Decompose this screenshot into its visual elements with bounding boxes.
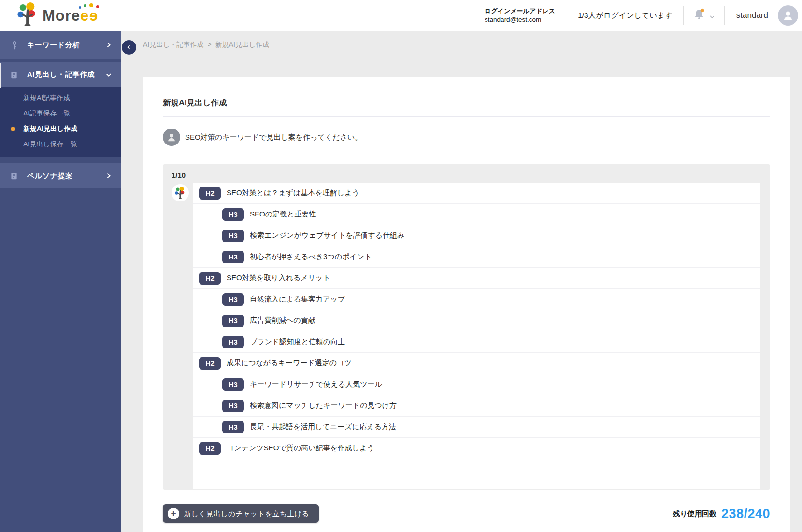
heading-row[interactable]: H3 検索意図にマッチしたキーワードの見つけ方 <box>193 395 760 417</box>
heading-level-badge: H3 <box>222 251 244 263</box>
usage-counter: 残り使用回数 238/240 <box>673 506 770 521</box>
heading-text: ブランド認知度と信頼の向上 <box>250 337 345 346</box>
title-divider <box>163 116 770 117</box>
new-chat-button[interactable]: + 新しく見出しのチャットを立ち上げる <box>163 504 319 523</box>
content-card: 新規AI見出し作成 SEO対策のキーワードで見出し案を作ってください。 1/10 <box>143 77 790 532</box>
breadcrumb-current: 新規AI見出し作成 <box>215 41 270 48</box>
bot-avatar <box>172 184 189 201</box>
app-header: Moreee ログインメールアドレス standard@test.com 1/3… <box>0 0 802 31</box>
heading-text: 検索エンジンがウェブサイトを評価する仕組み <box>250 231 404 240</box>
key-icon <box>10 40 19 50</box>
heading-row[interactable]: H3 初心者が押さえるべき3つのポイント <box>193 246 760 268</box>
active-dot-icon <box>11 127 15 131</box>
active-section-indicator <box>0 63 1 88</box>
sidebar-item-label: ペルソナ提案 <box>27 172 105 181</box>
user-message-avatar <box>163 129 180 146</box>
sidebar-subitem-label: 新規AI見出し作成 <box>23 125 77 133</box>
sidebar-subitem-article-list[interactable]: AI記事保存一覧 <box>0 106 121 121</box>
login-count-text: 1/3人がログインしています <box>567 11 683 21</box>
breadcrumb-parent[interactable]: AI見出し・記事作成 <box>143 41 204 48</box>
heading-row[interactable]: H2 コンテンツSEOで質の高い記事を作成しよう <box>193 438 760 459</box>
heading-row[interactable]: H2 成果につながるキーワード選定のコツ <box>193 353 760 374</box>
main-content: AI見出し・記事作成>新規AI見出し作成 新規AI見出し作成 SEO対策のキーワ… <box>121 31 802 532</box>
breadcrumb: AI見出し・記事作成>新規AI見出し作成 <box>121 31 802 49</box>
username-text: standard <box>725 11 778 20</box>
heading-text: キーワードリサーチで使える人気ツール <box>250 380 382 389</box>
document-icon <box>10 70 19 80</box>
chevron-down-icon[interactable] <box>709 13 715 18</box>
heading-text: コンテンツSEOで質の高い記事を作成しよう <box>227 444 374 453</box>
heading-level-badge: H3 <box>222 293 244 306</box>
pagination-counter: 1/10 <box>172 171 760 179</box>
heading-text: 長尾・共起語を活用してニーズに応える方法 <box>250 422 396 431</box>
heading-level-badge: H2 <box>199 272 221 285</box>
heading-text: 成果につながるキーワード選定のコツ <box>227 359 352 368</box>
heading-level-badge: H3 <box>222 230 244 242</box>
heading-row[interactable]: H3 キーワードリサーチで使える人気ツール <box>193 374 760 395</box>
sidebar-subitem-heading-list[interactable]: AI見出し保存一覧 <box>0 137 121 152</box>
sidebar: キーワード分析 AI見出し・記事作成 新規AI記事作成 AI記事保存一覧 新規A… <box>0 31 121 532</box>
brand-logo[interactable]: Moreee <box>16 2 98 29</box>
page-title: 新規AI見出し作成 <box>163 98 770 108</box>
heading-text: SEOの定義と重要性 <box>250 210 316 219</box>
heading-level-badge: H3 <box>222 315 244 327</box>
heading-level-badge: H3 <box>222 208 244 221</box>
heading-text: SEO対策とは？まずは基本を理解しよう <box>227 188 359 198</box>
user-avatar[interactable] <box>778 5 798 26</box>
sidebar-item-label: キーワード分析 <box>27 41 105 50</box>
heading-level-badge: H3 <box>222 421 244 433</box>
new-chat-button-label: 新しく見出しのチャットを立ち上げる <box>184 509 309 518</box>
heading-text: 広告費削減への貢献 <box>250 316 315 325</box>
heading-text: 検索意図にマッチしたキーワードの見つけ方 <box>250 401 397 410</box>
heading-level-badge: H2 <box>199 187 221 200</box>
sidebar-item-ai-headline-section[interactable]: AI見出し・記事作成 <box>0 62 121 87</box>
heading-row[interactable]: H3 長尾・共起語を活用してニーズに応える方法 <box>193 417 760 438</box>
heading-row[interactable]: H3 広告費削減への貢献 <box>193 310 760 331</box>
ai-response-box: 1/10 H2 SEO対策とは？まずは基本を理解しよう <box>163 164 770 490</box>
plus-icon: + <box>168 508 179 519</box>
heading-level-badge: H2 <box>199 357 221 370</box>
sidebar-submenu: 新規AI記事作成 AI記事保存一覧 新規AI見出し作成 AI見出し保存一覧 <box>0 87 121 157</box>
sidebar-subitem-new-ai-heading[interactable]: 新規AI見出し作成 <box>0 121 121 137</box>
bell-icon[interactable] <box>693 8 705 23</box>
heading-text: 初心者が押さえるべき3つのポイント <box>250 252 372 261</box>
chevron-right-icon <box>105 173 112 179</box>
headings-list: H2 SEO対策とは？まずは基本を理解しよう H3 SEOの定義と重要性 H3 … <box>193 183 760 489</box>
sidebar-item-label: AI見出し・記事作成 <box>27 70 105 79</box>
notification-menu[interactable] <box>684 8 724 23</box>
login-email-value: standard@test.com <box>485 15 555 24</box>
document-icon <box>10 171 19 181</box>
heading-row[interactable]: H3 自然流入による集客力アップ <box>193 289 760 310</box>
heading-level-badge: H3 <box>222 400 244 412</box>
heading-text: 自然流入による集客力アップ <box>250 295 345 304</box>
usage-value: 238/240 <box>721 506 770 521</box>
brand-wordmark: Moreee <box>43 8 98 23</box>
heading-row[interactable]: H3 SEOの定義と重要性 <box>193 204 760 225</box>
chevron-right-icon <box>105 42 112 48</box>
login-email-label: ログインメールアドレス <box>485 7 555 15</box>
sidebar-subitem-new-ai-article[interactable]: 新規AI記事作成 <box>0 90 121 106</box>
heading-text: SEO対策を取り入れるメリット <box>227 273 330 283</box>
heading-level-badge: H2 <box>199 442 221 455</box>
user-message-text: SEO対策のキーワードで見出し案を作ってください。 <box>185 133 362 142</box>
heading-row[interactable]: H2 SEO対策を取り入れるメリット <box>193 268 760 289</box>
heading-level-badge: H3 <box>222 336 244 348</box>
heading-row-partial <box>193 459 760 489</box>
usage-label: 残り使用回数 <box>673 509 716 518</box>
brand-dots-icon <box>79 4 101 10</box>
heading-level-badge: H3 <box>222 378 244 391</box>
heading-row[interactable]: H3 検索エンジンがウェブサイトを評価する仕組み <box>193 225 760 246</box>
tree-logo-icon <box>16 2 39 29</box>
heading-row[interactable]: H2 SEO対策とは？まずは基本を理解しよう <box>193 183 760 204</box>
heading-row[interactable]: H3 ブランド認知度と信頼の向上 <box>193 331 760 353</box>
sidebar-item-persona[interactable]: ペルソナ提案 <box>0 163 121 188</box>
chevron-down-icon <box>105 72 112 78</box>
breadcrumb-separator: > <box>208 41 212 48</box>
user-message-row: SEO対策のキーワードで見出し案を作ってください。 <box>163 129 770 146</box>
sidebar-collapse-button[interactable] <box>122 40 136 55</box>
sidebar-item-keyword-analysis[interactable]: キーワード分析 <box>0 31 121 59</box>
login-info: ログインメールアドレス standard@test.com <box>485 7 555 24</box>
